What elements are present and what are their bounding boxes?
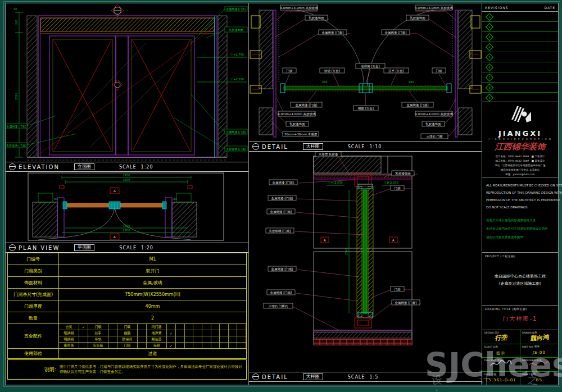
approved-cell: APPROVED 批准: [520, 358, 559, 372]
revision-diamond-icon: 9: [486, 94, 493, 102]
svg-text:铰链 [五金]: 铰链 [五金]: [324, 69, 340, 72]
hardware-empty-cell: [211, 343, 220, 348]
hardware-empty-cell: [237, 343, 246, 348]
svg-text:金属烤漆 [门套]: 金属烤漆 [门套]: [6, 125, 26, 129]
company-logo-icon: [507, 105, 534, 126]
row-label: 门扇类别: [8, 265, 59, 276]
table-row: 门扇类别 双开门: [8, 265, 246, 277]
dwgno-value: JS-03: [520, 350, 559, 355]
svg-text:1500: 1500: [123, 224, 130, 227]
table-row: 饰面材料 金属,玻璃: [8, 277, 246, 289]
table-row: 门编号 M1: [8, 253, 246, 265]
svg-text:拉手 [五金]: 拉手 [五金]: [388, 69, 404, 72]
revision-diamond-icon: 7: [486, 73, 493, 81]
notes-label: 说明:: [8, 366, 60, 373]
revisions-date-label: DATE: [544, 6, 555, 10]
hardware-checkmark: [79, 330, 88, 336]
middle-column: 465 465 4.0mm+4.0mm 夹胶玻璃 乳胶漆饰面 金属烤漆 [门套]…: [249, 3, 482, 385]
hardware-item-label: 毛刷: [147, 343, 167, 348]
svg-text:乳胶漆饰面: 乳胶漆饰面: [289, 122, 305, 126]
cad-sheet-page: 70 200 2550: [0, 0, 562, 392]
project-name: 南昌国际中心办公楼装饰工程 (走廊及过道区域施工图): [482, 273, 558, 288]
svg-text:金属烤漆 [门套]: 金属烤漆 [门套]: [321, 31, 343, 35]
dwgno-cell: DWG NO. 图号 JS-03: [520, 344, 559, 358]
hardware-empty-cell: [229, 336, 238, 342]
svg-text:A: A: [324, 239, 326, 242]
view-name: PLAN VIEW: [19, 245, 60, 251]
brand-tagline: J I A N G X I D E C O R A T I O N: [482, 138, 558, 140]
hardware-empty-cell: [185, 343, 194, 348]
svg-text:1500: 1500: [123, 178, 130, 181]
svg-text:大理石 门槛: 大理石 门槛: [426, 135, 443, 139]
hardware-empty-cell: [229, 330, 238, 336]
revision-diamond-icon: 6: [486, 63, 493, 71]
scale-cell: SCALE 比例 图示: [482, 344, 520, 358]
svg-text:金属烤漆 [门扇]: 金属烤漆 [门扇]: [295, 103, 317, 107]
hardware-grid-row: 密封条安全链门阻毛刷✓: [59, 343, 246, 348]
svg-text:金属烤漆 [门套]: 金属烤漆 [门套]: [272, 181, 294, 185]
scale-label: SCALE: [119, 165, 137, 170]
hardware-item-label: 安全链: [88, 343, 108, 348]
revision-diamond-icon: 2: [486, 22, 493, 30]
revision-diamond-icon: 3: [486, 33, 493, 40]
svg-text:大理石 门槛石: 大理石 门槛石: [269, 304, 288, 308]
svg-text:金属烤漆 [门扇]: 金属烤漆 [门扇]: [270, 291, 292, 295]
svg-text:夹胶玻璃 [门扇]: 夹胶玻璃 [门扇]: [226, 147, 246, 151]
svg-text:465: 465: [322, 80, 328, 84]
row-value: 双开门: [59, 265, 246, 276]
sheet-value: B5: [520, 378, 559, 382]
revision-row: 7: [482, 72, 558, 83]
svg-text:2550: 2550: [15, 93, 18, 100]
schedule-notes: 说明: 图中门洞尺寸仅供参考，门扇与门套需以现场实际开洞尺寸为准深化制作，具体做…: [7, 359, 247, 380]
scale-label: SCALE: [348, 144, 365, 149]
hardware-item-label: 门锁: [88, 324, 108, 330]
elevation-drawing: 70 200 2550: [6, 3, 248, 162]
svg-text:A: A: [114, 235, 116, 239]
plan-view-drawing: 1700 1500 40 40: [6, 171, 248, 243]
view-bubble-icon: [9, 163, 16, 170]
hardware-grid: 合页✓门锁门吸闭门器暗插销拉手猫眼地弹簧✓明插销吊轨防尘筒顺位器密封条安全链门阻…: [59, 324, 246, 348]
svg-text:40: 40: [173, 197, 176, 200]
hardware-item-label: 闭门器: [147, 324, 167, 330]
revision-row: 9: [482, 93, 558, 103]
hardware-row: 五金配件 合页✓门锁门吸闭门器暗插销拉手猫眼地弹簧✓明插销吊轨防尘筒顺位器密封条…: [8, 324, 246, 349]
view-name-cn: 大样图: [303, 143, 323, 150]
row-value: M1: [59, 253, 246, 265]
hardware-checkmark: [108, 330, 117, 336]
hardware-checkmark: [138, 336, 147, 342]
svg-text:门锁: 门锁: [436, 69, 443, 72]
brand-name: JIANGXI: [482, 129, 558, 138]
scale-value: 1:20: [141, 165, 153, 170]
company-address: 设计专线：0791-8632 5888 ■ 工装设计 施工专线：0791-863…: [482, 154, 558, 177]
hardware-grid-row: 合页✓门锁门吸闭门器: [59, 324, 246, 330]
hardware-empty-cell: [176, 324, 185, 330]
revision-row: 6: [482, 62, 558, 72]
svg-text:200: 200: [15, 19, 18, 25]
revision-row: 2: [482, 22, 558, 32]
svg-text:4.0mm+4.0mm 夹胶玻璃: 4.0mm+4.0mm 夹胶玻璃: [278, 112, 316, 116]
svg-text:▽ H-2.550: ▽ H-2.550: [384, 181, 398, 184]
view-bubble-icon: [252, 143, 259, 150]
revision-row: 1: [482, 12, 558, 22]
scale-value: 1:10: [369, 144, 382, 149]
row-label: 数量: [8, 312, 59, 323]
hardware-item-label: 防尘筒: [117, 336, 138, 342]
hardware-checkmark: ✓: [79, 324, 88, 330]
notes-english: ALL MEASUREMENTS MUST BE CHECKED ON SITE…: [486, 182, 554, 211]
drawing-title-label: DRAWING TITLE (图纸名称): [485, 307, 527, 311]
row-value: 过道: [59, 349, 246, 358]
detail-vertical-section: ▽ H-2.550 ▽ H-2.550: [249, 151, 482, 372]
revisions-rows: 123456789: [482, 12, 558, 103]
revision-row: 3: [482, 32, 558, 42]
hardware-empty-cell: [220, 343, 229, 348]
svg-text:40: 40: [54, 197, 57, 200]
hardware-empty-cell: [229, 324, 238, 330]
hardware-grid-row: 明插销吊轨防尘筒顺位器: [59, 336, 246, 343]
row-label: 五金配件: [8, 324, 59, 348]
scale-value: 1:5: [369, 375, 378, 380]
view-bubble-icon: [9, 244, 16, 251]
project-block: PROJECT (工程名称) 南昌国际中心办公楼装饰工程 (走廊及过道区域施工图…: [482, 253, 558, 306]
hardware-empty-cell: [237, 336, 246, 342]
drawing-sheet: 70 200 2550: [5, 3, 559, 385]
svg-text:夹胶玻璃 [门扇]: 夹胶玻璃 [门扇]: [6, 144, 26, 148]
